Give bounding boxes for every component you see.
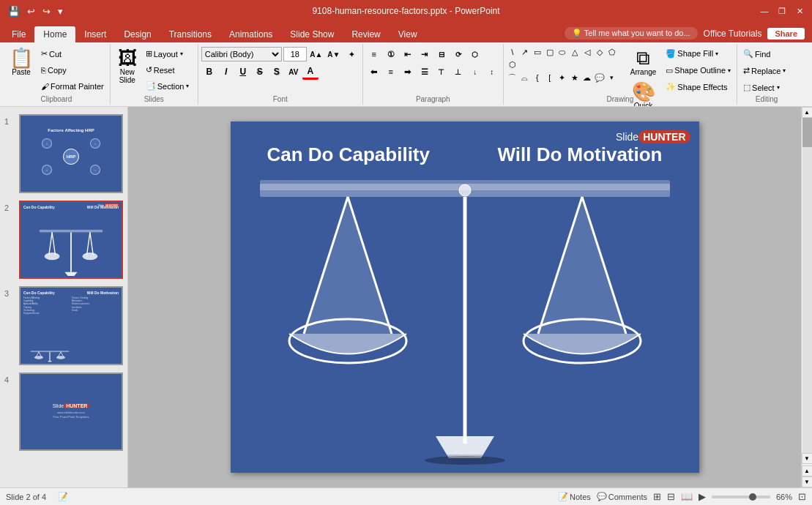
- tab-view[interactable]: View: [390, 26, 426, 42]
- reading-view-button[interactable]: 📖: [681, 491, 693, 502]
- undo-icon[interactable]: ↩: [25, 4, 37, 18]
- rtriangle-shape[interactable]: ◁: [581, 46, 593, 58]
- slide-title-left[interactable]: Can Do Capability: [267, 143, 430, 166]
- slide-img-2[interactable]: Slide HUNTER Can Do Capability Will Do M…: [19, 201, 123, 280]
- font-color-button[interactable]: A: [302, 64, 319, 80]
- find-button[interactable]: 🔍 Find: [740, 46, 773, 61]
- share-button[interactable]: Share: [767, 28, 805, 40]
- align-middle-button[interactable]: ⊥: [450, 64, 466, 80]
- slide-thumb-2[interactable]: 2 Slide HUNTER Can Do Capability Will Do…: [3, 199, 124, 281]
- line-shape[interactable]: \: [507, 46, 518, 58]
- font-size-input[interactable]: [283, 47, 307, 61]
- shadow-button[interactable]: S: [269, 64, 285, 80]
- more-shapes[interactable]: ▾: [606, 72, 618, 83]
- paste-button[interactable]: 📋 Paste: [6, 46, 37, 78]
- tab-design[interactable]: Design: [115, 26, 160, 42]
- more-icon[interactable]: ▾: [56, 4, 65, 18]
- pent-shape[interactable]: ⬠: [606, 46, 618, 58]
- tab-file[interactable]: File: [3, 26, 34, 42]
- replace-button[interactable]: ⇄ Replace ▾: [740, 63, 789, 78]
- arrange-button[interactable]: ⧉ Arrange: [627, 46, 660, 78]
- triangle-shape[interactable]: △: [569, 46, 581, 58]
- select-button[interactable]: ⬚ Select ▾: [740, 80, 783, 95]
- slide-img-3[interactable]: Can Do Capability Will Do Motivation Fac…: [19, 286, 123, 365]
- align-right-button[interactable]: ➡: [400, 64, 416, 80]
- new-slide-button[interactable]: 🖼 NewSlide: [113, 46, 141, 86]
- tab-transitions[interactable]: Transitions: [160, 26, 220, 42]
- increase-indent-button[interactable]: ⇥: [417, 46, 433, 62]
- tab-animations[interactable]: Animations: [220, 26, 281, 42]
- bullets-button[interactable]: ≡: [366, 46, 382, 62]
- decrease-indent-button[interactable]: ⇤: [400, 46, 416, 62]
- italic-button[interactable]: I: [218, 64, 234, 80]
- clear-format-button[interactable]: ✦: [343, 46, 360, 62]
- font-shrink-button[interactable]: A▼: [326, 46, 342, 62]
- shape-outline-button[interactable]: ▭ Shape Outline ▾: [663, 63, 734, 78]
- align-top-button[interactable]: ⊤: [433, 64, 450, 80]
- arc-shape[interactable]: ⌓: [519, 72, 531, 83]
- font-name-select[interactable]: Calibri (Body): [201, 47, 282, 61]
- scroll-section-up[interactable]: ▲: [802, 465, 813, 476]
- minimize-button[interactable]: —: [758, 4, 771, 18]
- star5-shape[interactable]: ★: [569, 72, 581, 83]
- numbering-button[interactable]: ①: [383, 46, 399, 62]
- tell-me-box[interactable]: 💡 Tell me what you want to do...: [565, 27, 698, 40]
- maximize-button[interactable]: ❐: [775, 4, 789, 18]
- tab-insert[interactable]: Insert: [75, 26, 115, 42]
- slide-thumb-3[interactable]: 3 Can Do Capability Will Do Motivation F…: [3, 285, 124, 367]
- tab-home[interactable]: Home: [34, 26, 75, 42]
- zoom-thumb[interactable]: [749, 493, 756, 501]
- justify-button[interactable]: ☰: [417, 64, 433, 80]
- reset-button[interactable]: ↺ Reset: [143, 62, 193, 78]
- close-button[interactable]: ✕: [793, 4, 806, 18]
- arrow-shape[interactable]: ↗: [519, 46, 531, 58]
- rect-shape[interactable]: ▭: [532, 46, 543, 58]
- slide-thumb-4[interactable]: 4 Slide HUNTER www.slidehunter.com Free …: [3, 371, 124, 453]
- redo-icon[interactable]: ↪: [40, 4, 53, 18]
- slide-canvas[interactable]: Slide HUNTER Can Do Capability Will Do M…: [231, 121, 699, 473]
- comments-button[interactable]: 💬 Comments: [597, 492, 647, 501]
- notes-button[interactable]: 📝 Notes: [558, 492, 591, 501]
- line-spacing-button[interactable]: ↕: [484, 64, 500, 80]
- column-button[interactable]: ⊟: [433, 46, 450, 62]
- scroll-section-down[interactable]: ▼: [802, 476, 813, 487]
- convert-smartart-button[interactable]: ⬡: [467, 46, 483, 62]
- slide-thumb-1[interactable]: 1 Factors Affecting HRP HRP ○ ○ ○ ○: [3, 113, 124, 195]
- tab-slideshow[interactable]: Slide Show: [281, 26, 343, 42]
- diamond-shape[interactable]: ◇: [594, 46, 606, 58]
- align-left-button[interactable]: ⬅: [366, 64, 382, 80]
- shape-fill-button[interactable]: 🪣 Shape Fill ▾: [663, 46, 734, 61]
- tab-review[interactable]: Review: [343, 26, 389, 42]
- align-bottom-button[interactable]: ↓: [467, 64, 483, 80]
- normal-view-button[interactable]: ⊞: [653, 491, 661, 502]
- strikethrough-button[interactable]: S: [252, 64, 268, 80]
- align-center-button[interactable]: ≡: [383, 64, 399, 80]
- scroll-down-button[interactable]: ▼: [802, 453, 813, 464]
- layout-button[interactable]: ⊞ Layout ▾: [143, 46, 193, 61]
- presenter-view-button[interactable]: ▶: [699, 491, 706, 502]
- cut-button[interactable]: ✂ Cut: [38, 46, 107, 61]
- oval-shape[interactable]: ⬭: [556, 46, 568, 58]
- curve-shape[interactable]: ⌒: [507, 72, 518, 83]
- cloud-shape[interactable]: ☁: [581, 72, 593, 83]
- slide-img-4[interactable]: Slide HUNTER www.slidehunter.com Free Po…: [19, 373, 123, 452]
- bracket-shape[interactable]: [: [544, 72, 556, 83]
- bold-button[interactable]: B: [201, 64, 217, 80]
- slide-sorter-button[interactable]: ⊟: [667, 491, 675, 502]
- format-painter-button[interactable]: 🖌 Format Painter: [38, 78, 107, 94]
- zoom-slider[interactable]: [712, 495, 770, 498]
- section-button[interactable]: 📑 Section ▾: [143, 78, 193, 94]
- fit-window-button[interactable]: ⊡: [798, 491, 806, 502]
- brace-shape[interactable]: {: [532, 72, 543, 83]
- slide-title-right[interactable]: Will Do Motivation: [497, 143, 662, 166]
- rounded-rect-shape[interactable]: ▢: [544, 46, 556, 58]
- underline-button[interactable]: U: [235, 64, 251, 80]
- copy-button[interactable]: ⎘ Copy: [38, 62, 107, 78]
- scroll-up-button[interactable]: ▲: [802, 107, 813, 118]
- text-direction-button[interactable]: ⟳: [450, 46, 466, 62]
- hex-shape[interactable]: ⬡: [507, 59, 518, 70]
- char-spacing-button[interactable]: AV: [286, 64, 302, 80]
- slide-img-1[interactable]: Factors Affecting HRP HRP ○ ○ ○ ○: [19, 114, 123, 193]
- callout-shape[interactable]: 💬: [594, 72, 606, 83]
- star4-shape[interactable]: ✦: [556, 72, 568, 83]
